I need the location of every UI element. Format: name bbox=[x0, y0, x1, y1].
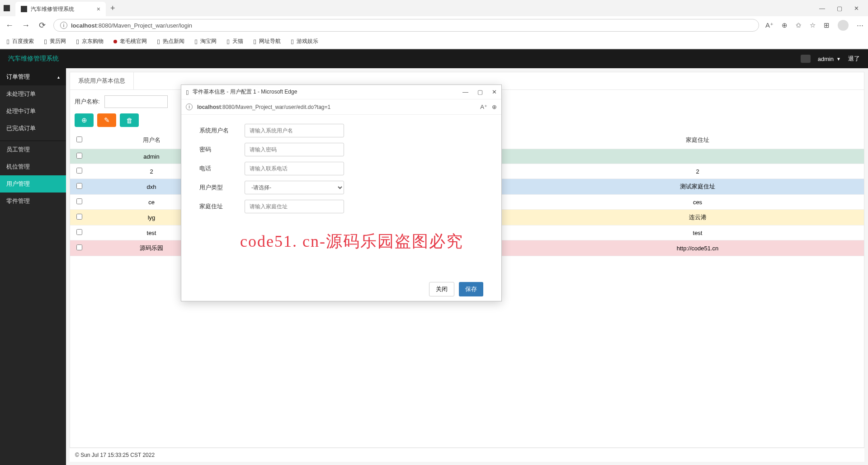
bookmark-item[interactable]: ▯黄历网 bbox=[44, 38, 66, 45]
bookmark-item[interactable]: ▯热点新闻 bbox=[157, 38, 184, 45]
text-size-icon[interactable]: A⁺ bbox=[765, 21, 774, 29]
sidebar-item[interactable]: 用户管理 bbox=[0, 175, 66, 193]
zoom-icon[interactable]: ⊕ bbox=[782, 21, 788, 29]
profile-avatar-icon[interactable] bbox=[838, 20, 849, 31]
cell-address: 连云港 bbox=[531, 210, 864, 225]
forward-icon[interactable]: → bbox=[21, 21, 31, 30]
minimize-icon[interactable]: — bbox=[819, 5, 825, 12]
footer: © Sun Jul 17 15:33:25 CST 2022 bbox=[70, 448, 864, 462]
bookmark-label: 淘宝网 bbox=[200, 38, 217, 45]
popup-close-icon[interactable]: ✕ bbox=[492, 89, 497, 95]
field-username-label: 系统用户名 bbox=[199, 127, 245, 135]
sidebar: 订单管理 ▴ 未处理订单处理中订单已完成订单员工管理机位管理用户管理零件管理 bbox=[0, 68, 66, 465]
add-button[interactable]: ⊕ bbox=[75, 113, 94, 127]
favicon-icon bbox=[21, 6, 27, 12]
cell-address: 2 bbox=[531, 164, 864, 179]
favorites-icon[interactable]: ☆ bbox=[810, 21, 816, 29]
popup-zoom-icon[interactable]: ⊕ bbox=[492, 103, 497, 110]
bookmark-label: 热点新闻 bbox=[163, 38, 184, 45]
user-menu[interactable]: admin ▼ bbox=[818, 56, 841, 62]
select-all-checkbox[interactable] bbox=[76, 136, 82, 142]
user-avatar-icon bbox=[801, 55, 811, 63]
popup-save-button[interactable]: 保存 bbox=[459, 282, 483, 296]
bookmark-item[interactable]: ▯游戏娱乐 bbox=[291, 38, 318, 45]
bookmark-item[interactable]: 老毛桃官网 bbox=[113, 38, 147, 45]
cell-address bbox=[531, 149, 864, 164]
sidebar-item[interactable]: 员工管理 bbox=[0, 141, 66, 158]
url-path: :8080/Maven_Project_war/user/login bbox=[97, 22, 192, 29]
trash-icon: 🗑 bbox=[126, 117, 133, 124]
document-icon: ▯ bbox=[186, 89, 189, 95]
watermark: code51. cn-源码乐园盗图必究 bbox=[240, 230, 463, 253]
url-host: localhost bbox=[71, 22, 97, 29]
field-type-select[interactable]: -请选择- bbox=[245, 181, 344, 194]
popup-maximize-icon[interactable]: ▢ bbox=[477, 89, 483, 95]
popup-text-size-icon[interactable]: A⁺ bbox=[480, 103, 487, 110]
back-icon[interactable]: ← bbox=[5, 21, 14, 30]
bookmark-item[interactable]: ▯百度搜索 bbox=[6, 38, 34, 45]
menu-icon[interactable]: ⋯ bbox=[857, 21, 863, 29]
delete-button[interactable]: 🗑 bbox=[120, 113, 139, 127]
field-phone-input[interactable] bbox=[245, 162, 344, 175]
username-filter-input[interactable] bbox=[104, 95, 168, 108]
tab-close-icon[interactable]: × bbox=[97, 5, 100, 13]
maximize-icon[interactable]: ▢ bbox=[837, 5, 842, 12]
sidebar-item[interactable]: 未处理订单 bbox=[0, 85, 66, 103]
bookmark-label: 黄历网 bbox=[50, 38, 66, 45]
star-icon[interactable]: ✩ bbox=[796, 21, 802, 29]
bookmark-icon: ▯ bbox=[76, 38, 79, 45]
panel-tab[interactable]: 系统用户基本信息 bbox=[70, 72, 134, 89]
popup-site-info-icon[interactable]: i bbox=[186, 103, 193, 110]
close-window-icon[interactable]: ✕ bbox=[854, 5, 859, 12]
bookmark-item[interactable]: ▯淘宝网 bbox=[194, 38, 217, 45]
field-address-label: 家庭住址 bbox=[199, 202, 245, 211]
bookmark-icon: ▯ bbox=[291, 38, 294, 45]
site-info-icon[interactable]: i bbox=[60, 22, 67, 29]
sidebar-item[interactable]: 机位管理 bbox=[0, 158, 66, 175]
field-type-label: 用户类型 bbox=[199, 183, 245, 192]
field-username-input[interactable] bbox=[245, 124, 344, 137]
popup-minimize-icon[interactable]: — bbox=[462, 89, 468, 95]
row-checkbox[interactable] bbox=[76, 153, 82, 159]
tab-overview-icon[interactable] bbox=[4, 5, 10, 11]
tab-title: 汽车维修管理系统 bbox=[31, 5, 93, 13]
row-checkbox[interactable] bbox=[76, 244, 82, 250]
cell-address: http://code51.cn bbox=[531, 240, 864, 256]
browser-chrome: 汽车维修管理系统 × + — ▢ ✕ ← → ⟳ i localhost:808… bbox=[0, 0, 868, 49]
address-bar: ← → ⟳ i localhost:8080/Maven_Project_war… bbox=[0, 16, 868, 34]
row-checkbox[interactable] bbox=[76, 183, 82, 189]
row-checkbox[interactable] bbox=[76, 214, 82, 220]
row-checkbox[interactable] bbox=[76, 198, 82, 204]
row-checkbox[interactable] bbox=[76, 168, 82, 174]
cell-address: ces bbox=[531, 195, 864, 210]
browser-tab[interactable]: 汽车维修管理系统 × bbox=[15, 2, 106, 16]
popup-close-button[interactable]: 关闭 bbox=[429, 282, 454, 296]
collections-icon[interactable]: ⊞ bbox=[824, 21, 830, 29]
bookmark-item[interactable]: ▯网址导航 bbox=[253, 38, 281, 45]
reload-icon[interactable]: ⟳ bbox=[37, 20, 47, 30]
bookmark-label: 游戏娱乐 bbox=[297, 38, 318, 45]
popup-url-path: :8080/Maven_Project_war/user/edit.do?tag… bbox=[221, 104, 331, 110]
caret-down-icon: ▼ bbox=[836, 56, 841, 61]
bookmark-item[interactable]: ▯天猫 bbox=[226, 38, 243, 45]
bookmark-icon: ▯ bbox=[157, 38, 160, 45]
sidebar-item[interactable]: 处理中订单 bbox=[0, 103, 66, 120]
logout-link[interactable]: 退了 bbox=[848, 55, 860, 63]
tab-bar: 汽车维修管理系统 × + — ▢ ✕ bbox=[0, 0, 868, 16]
bookmark-label: 老毛桃官网 bbox=[120, 38, 147, 45]
current-user: admin bbox=[818, 56, 834, 62]
edit-button[interactable]: ✎ bbox=[97, 113, 116, 127]
url-input[interactable]: i localhost:8080/Maven_Project_war/user/… bbox=[53, 19, 759, 32]
bookmark-icon: ▯ bbox=[226, 38, 230, 45]
field-password-input[interactable] bbox=[245, 143, 344, 156]
plus-icon: ⊕ bbox=[81, 116, 87, 124]
sidebar-item[interactable]: 零件管理 bbox=[0, 193, 66, 210]
bookmark-item[interactable]: ▯京东购物 bbox=[76, 38, 104, 45]
col-address: 家庭住址 bbox=[531, 132, 864, 149]
bookmark-label: 京东购物 bbox=[82, 38, 104, 45]
sidebar-item[interactable]: 已完成订单 bbox=[0, 120, 66, 137]
row-checkbox[interactable] bbox=[76, 229, 82, 235]
sidebar-group-orders[interactable]: 订单管理 ▴ bbox=[0, 68, 66, 85]
field-address-input[interactable] bbox=[245, 200, 344, 213]
new-tab-button[interactable]: + bbox=[110, 4, 115, 13]
